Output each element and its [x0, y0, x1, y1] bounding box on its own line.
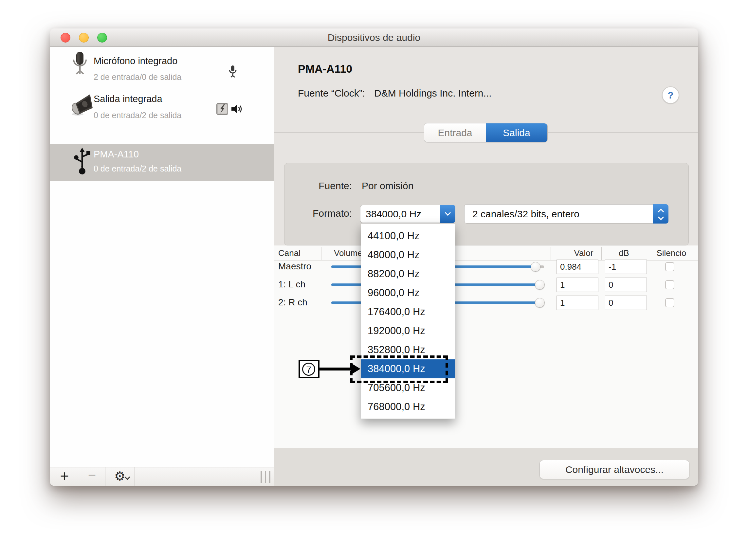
resize-grip[interactable] [261, 471, 272, 483]
sample-rate-combobox[interactable]: 384000,0 Hz [360, 205, 455, 223]
add-device-button[interactable]: + [50, 467, 79, 486]
slider-thumb[interactable] [535, 280, 545, 290]
audio-devices-window: Dispositivos de audio Micrófono integrad… [50, 28, 698, 486]
mute-checkbox[interactable] [665, 262, 674, 271]
menu-item[interactable]: 192000,0 Hz [361, 321, 455, 341]
chevron-down-icon [445, 210, 450, 216]
value-field[interactable] [557, 260, 599, 274]
sidebar-item-built-in-output[interactable]: Salida integrada 0 de entrada/2 de salid… [50, 88, 274, 119]
annotation-arrow [320, 368, 352, 371]
window-title: Dispositivos de audio [50, 32, 698, 43]
device-detail: 2 de entrada/0 de salida [94, 72, 181, 82]
device-name: Micrófono integrado [94, 56, 178, 66]
channel-format-value: 2 canales/32 bits, entero [472, 209, 579, 219]
gear-icon: ⚙ [114, 469, 125, 483]
column-header-db: dB [612, 248, 636, 258]
device-name: Salida integrada [94, 94, 162, 104]
channel-label: Maestro [278, 261, 311, 272]
sidebar-toolbar: + − ⚙ [50, 467, 274, 486]
remove-device-button[interactable]: − [79, 467, 105, 486]
help-button[interactable]: ? [662, 87, 679, 104]
slider-thumb[interactable] [531, 262, 540, 272]
channel-label: 1: L ch [278, 279, 305, 290]
annotation-dashed-box [350, 355, 448, 383]
sample-rate-dropdown-button[interactable] [440, 205, 455, 223]
menu-item[interactable]: 176400,0 Hz [361, 302, 455, 321]
screenshot-canvas: Dispositivos de audio Micrófono integrad… [0, 0, 748, 560]
tab-entrada[interactable]: Entrada [424, 123, 486, 142]
value-field[interactable] [557, 296, 599, 310]
menu-item[interactable]: 88200,0 Hz [361, 264, 455, 283]
column-header-canal: Canal [278, 248, 301, 258]
tab-salida[interactable]: Salida [486, 123, 547, 142]
window-titlebar[interactable]: Dispositivos de audio [50, 28, 698, 47]
menu-item[interactable]: 44100,0 Hz [361, 227, 455, 246]
db-field[interactable] [605, 260, 647, 274]
source-label: Fuente: [298, 180, 352, 191]
clock-source-label: Fuente “Clock”: [298, 88, 365, 98]
speaker-indicator-icon [231, 104, 242, 114]
menu-item[interactable]: 48000,0 Hz [361, 246, 455, 264]
slider-thumb[interactable] [535, 298, 545, 308]
chevron-down-icon [125, 474, 130, 480]
column-header-silencio: Silencio [653, 248, 689, 258]
sidebar-item-pma-a110[interactable]: PMA-A110 0 de entrada/2 de salida [50, 144, 274, 181]
page-title: PMA-A110 [298, 63, 352, 75]
db-field[interactable] [605, 278, 647, 292]
volume-table: Canal Volumen Valor dB Silencio Maestro [274, 246, 698, 448]
usb-device-icon [74, 148, 91, 178]
mute-checkbox[interactable] [665, 280, 674, 289]
clock-source-value: D&M Holdings Inc. Intern... [374, 88, 491, 98]
annotation-arrowhead-icon [351, 363, 360, 374]
source-value: Por omisión [362, 180, 414, 191]
bottom-action-bar: Configurar altavoces... [274, 448, 698, 486]
channel-format-popup[interactable]: 2 canales/32 bits, entero [464, 204, 669, 224]
annotation-step-badge: 7 [299, 360, 320, 378]
step-number: 7 [302, 363, 315, 376]
menu-item[interactable]: 96000,0 Hz [361, 283, 455, 302]
device-detail: 0 de entrada/2 de salida [94, 111, 181, 120]
clock-source-line: Fuente “Clock”:D&M Holdings Inc. Intern.… [298, 88, 492, 99]
speaker-device-icon [70, 92, 93, 116]
device-detail: 0 de entrada/2 de salida [94, 164, 181, 173]
channel-format-stepper[interactable] [653, 204, 669, 224]
io-tabs: Entrada Salida [424, 123, 548, 142]
chevron-down-icon [658, 214, 663, 220]
db-field[interactable] [605, 296, 647, 310]
gear-menu-button[interactable]: ⚙ [105, 467, 135, 486]
sidebar-item-built-in-mic[interactable]: Micrófono integrado 2 de entrada/0 de sa… [50, 49, 274, 78]
system-output-indicator-icon [216, 103, 228, 115]
mic-indicator-icon [228, 65, 237, 79]
menu-item[interactable]: 768000,0 Hz [361, 397, 455, 416]
sample-rate-value: 384000,0 Hz [366, 209, 421, 219]
channel-label: 2: R ch [278, 297, 307, 308]
sample-rate-menu: 44100,0 Hz 48000,0 Hz 88200,0 Hz 96000,0… [361, 223, 455, 419]
mute-checkbox[interactable] [665, 298, 674, 307]
format-label: Formato: [298, 208, 352, 219]
value-field[interactable] [557, 278, 599, 292]
device-name: PMA-A110 [94, 149, 139, 160]
device-detail-panel: PMA-A110 Fuente “Clock”:D&M Holdings Inc… [274, 47, 698, 486]
device-sidebar: Micrófono integrado 2 de entrada/0 de sa… [50, 47, 274, 486]
configure-speakers-button[interactable]: Configurar altavoces... [539, 460, 689, 479]
column-header-valor: Valor [571, 248, 597, 258]
microphone-device-icon [70, 51, 89, 76]
